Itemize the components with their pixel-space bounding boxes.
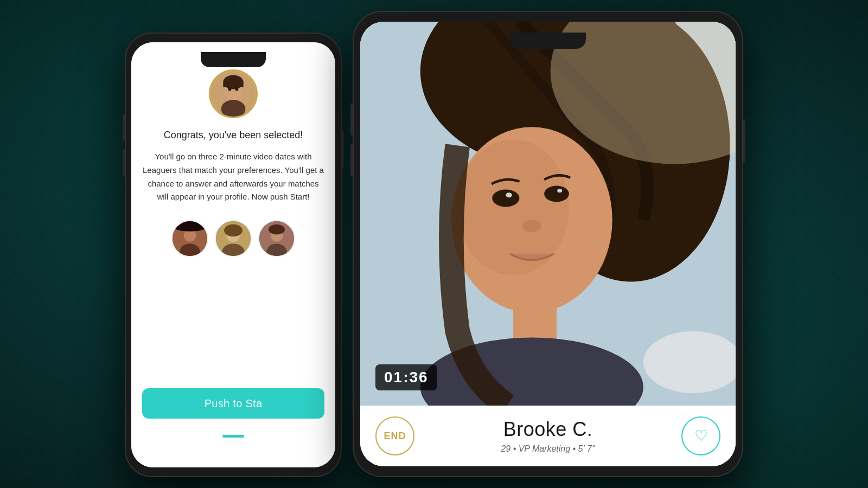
end-button-label: END xyxy=(384,431,406,442)
avatar-3 xyxy=(258,220,295,257)
svg-point-6 xyxy=(235,87,239,91)
heart-button[interactable]: ♡ xyxy=(681,416,720,455)
right-power-button[interactable] xyxy=(743,119,745,163)
profile-bottom-bar: END Brooke C. 29 • VP Marketing • 5' 7" … xyxy=(360,406,736,466)
congrats-text: Congrats, you've been selected! xyxy=(153,128,314,143)
timer-text: 01:36 xyxy=(384,369,429,386)
svg-point-14 xyxy=(224,224,242,237)
phone-left: Congrats, you've been selected! You'll g… xyxy=(125,33,342,477)
svg-rect-10 xyxy=(173,221,207,232)
svg-point-5 xyxy=(228,87,232,91)
avatar-1 xyxy=(171,220,208,257)
profile-name: Brooke C. xyxy=(425,418,671,441)
svg-point-24 xyxy=(522,220,541,232)
heart-icon: ♡ xyxy=(694,428,708,444)
end-button[interactable]: END xyxy=(375,416,414,455)
power-button[interactable] xyxy=(342,130,344,168)
phone-left-screen: Congrats, you've been selected! You'll g… xyxy=(131,42,335,467)
svg-point-18 xyxy=(269,224,285,235)
phones-container: Congrats, you've been selected! You'll g… xyxy=(0,0,868,488)
avatars-row xyxy=(171,220,295,257)
profile-image-area: 01:36 xyxy=(360,22,736,406)
vol-up-button[interactable] xyxy=(123,114,125,141)
svg-point-27 xyxy=(506,192,512,197)
right-phone-content: 01:36 END Brooke C. 29 • VP Marketing • … xyxy=(360,22,736,466)
push-to-start-button[interactable]: Push to Sta xyxy=(142,388,324,419)
left-phone-content: Congrats, you've been selected! You'll g… xyxy=(131,42,335,467)
right-vol-up[interactable] xyxy=(350,103,353,136)
right-vol-down[interactable] xyxy=(350,144,353,176)
home-indicator xyxy=(222,435,244,438)
phone-right: 01:36 END Brooke C. 29 • VP Marketing • … xyxy=(353,11,743,477)
profile-details: 29 • VP Marketing • 5' 7" xyxy=(425,444,671,454)
phone-right-notch xyxy=(510,33,586,49)
body-text: You'll go on three 2-minute video dates … xyxy=(131,150,335,204)
svg-rect-3 xyxy=(223,82,243,87)
phone-left-notch xyxy=(201,52,266,67)
svg-point-25 xyxy=(492,189,519,207)
phone-right-screen: 01:36 END Brooke C. 29 • VP Marketing • … xyxy=(360,22,736,466)
profile-photo-top xyxy=(209,69,258,118)
profile-photo-svg xyxy=(360,22,736,406)
svg-point-28 xyxy=(557,189,562,192)
profile-avatar-svg xyxy=(210,71,256,117)
timer-badge: 01:36 xyxy=(375,364,437,390)
profile-info: Brooke C. 29 • VP Marketing • 5' 7" xyxy=(414,418,681,454)
svg-point-26 xyxy=(544,186,569,202)
avatar-2 xyxy=(215,220,252,257)
vol-down-button[interactable] xyxy=(123,149,125,176)
